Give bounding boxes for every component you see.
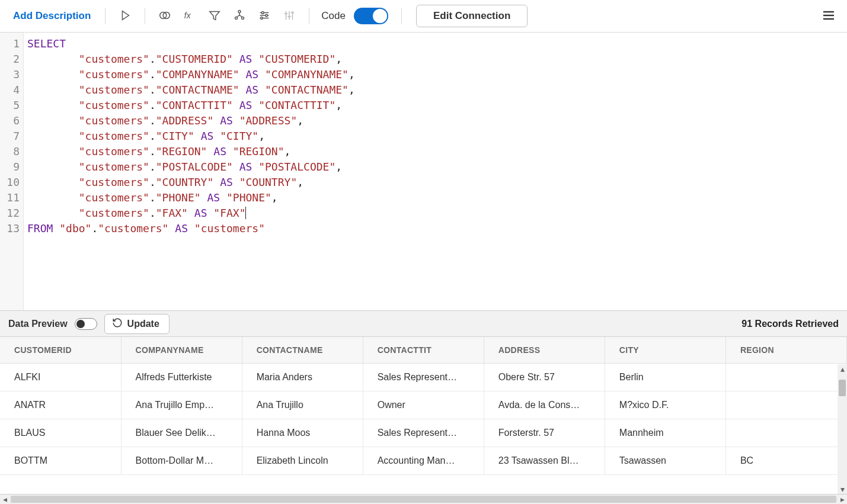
equalizer-icon [283, 9, 296, 24]
table-cell: Owner [363, 391, 484, 419]
horizontal-scrollbar[interactable]: ◂ ▸ [0, 495, 847, 504]
table-cell: Bottom-Dollar M… [121, 447, 242, 475]
table-cell: BC [725, 447, 846, 475]
table-cell: Berlin [605, 364, 725, 391]
table-cell: Tsawassen [605, 447, 725, 475]
table-cell: Elizabeth Lincoln [242, 447, 363, 475]
menu-button[interactable] [817, 5, 840, 27]
column-header[interactable]: CUSTOMERID [0, 337, 121, 364]
table-cell: Hanna Moos [242, 419, 363, 447]
table-cell: 23 Tsawassen Bl… [484, 447, 605, 475]
table-row[interactable]: ANATRAna Trujillo Emp…Ana TrujilloOwnerA… [0, 391, 847, 419]
hierarchy-button[interactable] [228, 5, 251, 27]
table-cell: M?xico D.F. [605, 391, 725, 419]
play-icon [119, 9, 132, 24]
update-label: Update [127, 319, 159, 329]
join-button[interactable] [154, 5, 176, 27]
table-cell: Sales Represent… [363, 364, 484, 391]
table-row[interactable]: ALFKIAlfreds FutterkisteMaria AndersSale… [0, 364, 847, 391]
toolbar-separator [105, 8, 106, 24]
update-button[interactable]: Update [104, 314, 170, 334]
fx-icon: fx [183, 9, 196, 24]
table-cell: Alfreds Futterkiste [121, 364, 242, 391]
function-button[interactable]: fx [178, 5, 201, 27]
table-header-row: CUSTOMERIDCOMPANYNAMECONTACTNAMECONTACTT… [0, 337, 847, 364]
table-cell: Accounting Man… [363, 447, 484, 475]
table-cell: Ana Trujillo [242, 391, 363, 419]
table-cell: Ana Trujillo Emp… [121, 391, 242, 419]
table-cell: Obere Str. 57 [484, 364, 605, 391]
svg-text:fx: fx [184, 11, 191, 20]
filter-button[interactable] [203, 5, 226, 27]
table-cell: Avda. de la Cons… [484, 391, 605, 419]
sql-code[interactable]: SELECT "customers"."CUSTOMERID" AS "CUST… [24, 33, 847, 310]
table-cell: Sales Represent… [363, 419, 484, 447]
sliders-icon [258, 9, 271, 24]
table-cell: Blauer See Delik… [121, 419, 242, 447]
data-preview-label: Data Preview [8, 319, 68, 329]
results-table-wrap: CUSTOMERIDCOMPANYNAMECONTACTNAMECONTACTT… [0, 337, 847, 495]
toggle-knob [76, 320, 85, 328]
column-header[interactable]: ADDRESS [484, 337, 605, 364]
preview-bar: Data Preview Update 91 Records Retrieved [0, 310, 847, 337]
table-cell: Forsterstr. 57 [484, 419, 605, 447]
code-toggle[interactable] [354, 8, 388, 24]
records-retrieved-label: 91 Records Retrieved [741, 319, 839, 329]
scroll-up-icon[interactable]: ▴ [838, 364, 847, 374]
svg-point-13 [261, 17, 263, 19]
sql-editor[interactable]: 12345678910111213 SELECT "customers"."CU… [0, 33, 847, 310]
line-numbers: 12345678910111213 [0, 33, 24, 310]
svg-marker-0 [123, 11, 129, 20]
table-row[interactable]: BLAUSBlauer See Delik…Hanna MoosSales Re… [0, 419, 847, 447]
table-body: ALFKIAlfreds FutterkisteMaria AndersSale… [0, 364, 847, 475]
edit-connection-button[interactable]: Edit Connection [416, 5, 528, 27]
toolbar-separator [309, 8, 309, 24]
toolbar-separator [401, 8, 402, 24]
column-header[interactable]: CONTACTTIT [363, 337, 484, 364]
hierarchy-icon [233, 9, 246, 24]
svg-marker-4 [210, 11, 220, 20]
filter-icon [208, 9, 221, 24]
scrollbar-thumb[interactable] [839, 380, 846, 396]
table-cell: Mannheim [605, 419, 725, 447]
table-cell: Maria Anders [242, 364, 363, 391]
equalizer-button [278, 5, 301, 27]
toolbar-separator [145, 8, 145, 24]
preview-toggle[interactable] [75, 318, 97, 330]
table-cell: ALFKI [0, 364, 121, 391]
hamburger-icon [822, 8, 836, 24]
scrollbar-thumb[interactable] [11, 496, 836, 503]
vertical-scrollbar[interactable]: ▴ ▾ [838, 364, 847, 494]
table-cell [725, 391, 846, 419]
column-header[interactable]: COMPANYNAME [121, 337, 242, 364]
refresh-icon [112, 317, 123, 330]
svg-point-5 [238, 10, 241, 12]
scroll-right-icon[interactable]: ▸ [838, 495, 847, 504]
table-row[interactable]: BOTTMBottom-Dollar M…Elizabeth LincolnAc… [0, 447, 847, 475]
toolbar: Add Description fx Co [0, 0, 847, 33]
table-cell: ANATR [0, 391, 121, 419]
table-cell: BOTTM [0, 447, 121, 475]
table-cell: BLAUS [0, 419, 121, 447]
column-header[interactable]: REGION [725, 337, 846, 364]
toggle-knob [373, 9, 387, 23]
scroll-down-icon[interactable]: ▾ [838, 484, 847, 494]
column-header[interactable]: CITY [605, 337, 725, 364]
join-icon [158, 9, 171, 24]
run-button[interactable] [114, 5, 136, 27]
svg-point-12 [266, 14, 268, 17]
code-label: Code [321, 10, 346, 22]
add-description-link[interactable]: Add Description [7, 7, 97, 25]
column-header[interactable]: CONTACTNAME [242, 337, 363, 364]
svg-point-11 [262, 11, 264, 14]
results-table: CUSTOMERIDCOMPANYNAMECONTACTNAMECONTACTT… [0, 337, 847, 475]
settings-button[interactable] [253, 5, 276, 27]
table-cell [725, 419, 846, 447]
scroll-left-icon[interactable]: ◂ [0, 495, 9, 504]
table-cell [725, 364, 846, 391]
